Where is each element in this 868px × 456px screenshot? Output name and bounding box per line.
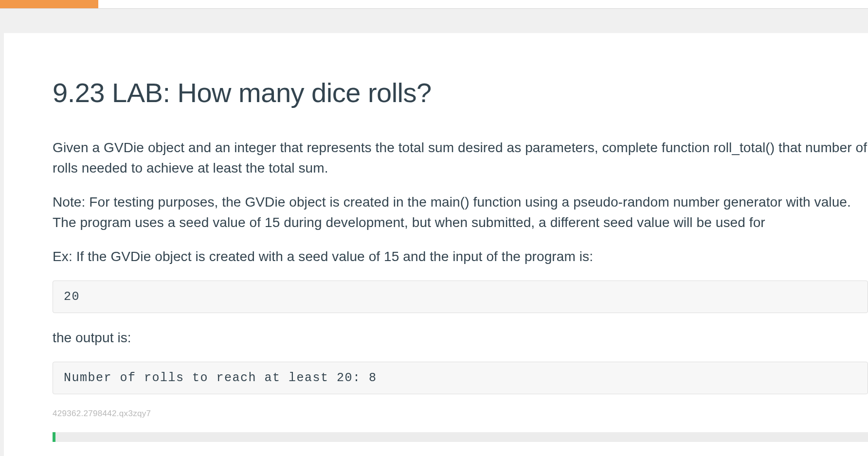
output-code-block: Number of rolls to reach at least 20: 8 bbox=[53, 362, 868, 394]
top-bar bbox=[0, 0, 868, 9]
intro-paragraph: Given a GVDie object and an integer that… bbox=[53, 138, 868, 178]
input-code-block: 20 bbox=[53, 281, 868, 313]
example-lead-paragraph: Ex: If the GVDie object is created with … bbox=[53, 246, 868, 267]
page-wrapper: 9.23 LAB: How many dice rolls? Given a G… bbox=[0, 9, 868, 456]
editor-strip[interactable] bbox=[53, 432, 868, 442]
page-title: 9.23 LAB: How many dice rolls? bbox=[53, 77, 868, 108]
reference-id: 429362.2798442.qx3zqy7 bbox=[53, 409, 868, 419]
note-paragraph: Note: For testing purposes, the GVDie ob… bbox=[53, 192, 868, 233]
content-panel: 9.23 LAB: How many dice rolls? Given a G… bbox=[4, 33, 868, 456]
output-lead-paragraph: the output is: bbox=[53, 328, 868, 348]
active-tab-indicator[interactable] bbox=[0, 0, 98, 8]
